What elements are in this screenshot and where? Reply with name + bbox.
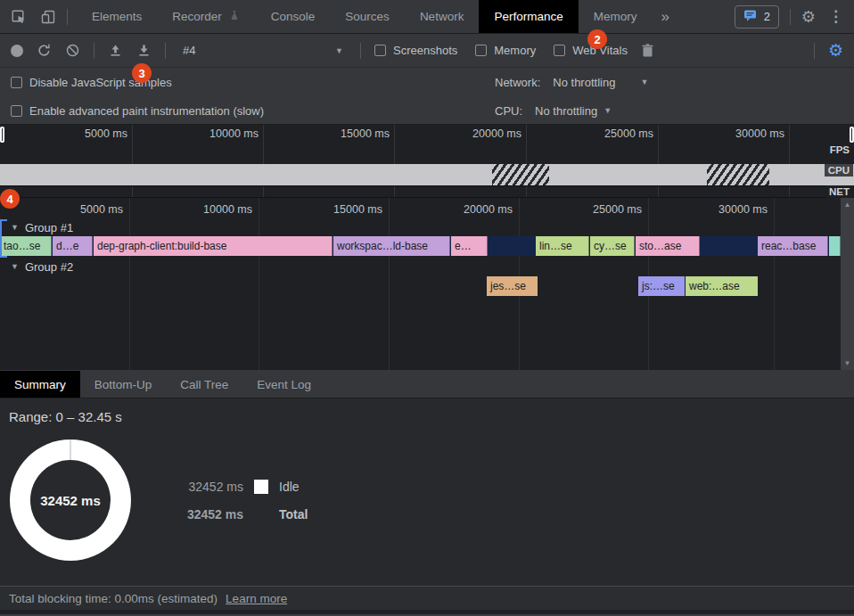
network-label: Network: bbox=[495, 76, 540, 89]
cpu-busy-hatch bbox=[707, 164, 769, 185]
performance-toolbar: #4 ▼ ScreenshotsMemoryWeb Vitals ⚙ bbox=[0, 34, 854, 68]
overview-right-handle[interactable] bbox=[850, 127, 854, 143]
tab-label: Sources bbox=[345, 10, 390, 23]
history-dropdown[interactable]: #4 ▼ bbox=[179, 44, 347, 57]
chevron-down-icon: ▼ bbox=[604, 106, 612, 115]
legend-label: Total bbox=[279, 507, 308, 522]
flame-bar[interactable]: tao…se bbox=[0, 236, 52, 256]
flame-scrollbar[interactable]: ▲ ▼ bbox=[841, 198, 854, 370]
inspect-element-icon[interactable] bbox=[11, 9, 27, 25]
collapse-chevron-icon: ▼ bbox=[11, 223, 19, 232]
clear-recording-icon[interactable] bbox=[65, 43, 80, 58]
flame-chart[interactable]: 5000 ms10000 ms15000 ms20000 ms25000 ms3… bbox=[0, 198, 854, 371]
group-1-track: tao…sed…edep-graph-client:build-basework… bbox=[0, 236, 841, 256]
tab-label: Elements bbox=[92, 10, 142, 23]
tab-elements[interactable]: Elements bbox=[77, 0, 157, 33]
kebab-menu-icon[interactable]: ⋮ bbox=[826, 7, 845, 26]
legend-value: 32452 ms bbox=[136, 480, 243, 494]
checkbox-label: Screenshots bbox=[393, 44, 457, 57]
detail-tab-summary[interactable]: Summary bbox=[0, 371, 80, 398]
flame-bar[interactable]: sto…ase bbox=[636, 236, 700, 256]
divider bbox=[814, 43, 815, 59]
flame-bar[interactable]: lin…se bbox=[536, 236, 589, 256]
flame-bar[interactable]: workspac…ld-base bbox=[333, 236, 450, 256]
tab-label: Memory bbox=[594, 10, 637, 23]
settings-row-paint: Enable advanced paint instrumentation (s… bbox=[0, 96, 854, 125]
device-toolbar-icon[interactable] bbox=[40, 9, 56, 25]
scroll-up-icon[interactable]: ▲ bbox=[844, 201, 851, 209]
group-name: Group #2 bbox=[25, 260, 73, 274]
detail-tab-event-log[interactable]: Event Log bbox=[242, 371, 325, 398]
footer-bar: Total blocking time: 0.00ms (estimated) … bbox=[0, 586, 854, 610]
flame-bar[interactable]: jes…se bbox=[487, 276, 538, 296]
save-profile-icon[interactable] bbox=[136, 43, 152, 58]
reload-and-record-icon[interactable] bbox=[37, 43, 52, 58]
timeline-overview[interactable]: 5000 ms10000 ms15000 ms20000 ms25000 ms3… bbox=[0, 125, 854, 198]
group-name: Group #1 bbox=[25, 221, 73, 234]
flame-tick-label: 15000 ms bbox=[333, 203, 382, 216]
tab-network[interactable]: Network bbox=[405, 0, 480, 33]
legend-value: 32452 ms bbox=[136, 507, 243, 522]
notification-badge-3[interactable]: 3 bbox=[132, 63, 152, 83]
more-tabs-icon[interactable]: » bbox=[652, 8, 677, 26]
collapse-chevron-icon: ▼ bbox=[11, 262, 19, 271]
overview-tick-label: 20000 ms bbox=[472, 127, 521, 140]
checkbox-box bbox=[554, 45, 565, 56]
overview-tick-label: 15000 ms bbox=[341, 127, 390, 140]
flame-bar[interactable]: dep-graph-client:build-base bbox=[94, 236, 333, 256]
checkbox-box bbox=[11, 77, 22, 88]
flame-bar[interactable] bbox=[829, 236, 841, 256]
tabbar-left-icons bbox=[0, 0, 67, 33]
screenshots-checkbox[interactable]: Screenshots bbox=[374, 44, 457, 57]
group-1-header[interactable]: ▼ Group #1 bbox=[0, 219, 73, 235]
flame-bar[interactable]: d…e bbox=[53, 236, 93, 256]
legend-row: 32452 msTotal bbox=[136, 507, 308, 522]
cpu-lane-label: CPU bbox=[825, 164, 853, 177]
summary-pane: Range: 0 – 32.45 s 32452 ms 32452 msIdle… bbox=[0, 398, 854, 586]
memory-checkbox[interactable]: Memory bbox=[475, 44, 536, 57]
trash-icon[interactable] bbox=[641, 43, 654, 58]
notification-badge-2[interactable]: 2 bbox=[587, 29, 607, 49]
devtools-tabbar: ElementsRecorderConsoleSourcesNetworkPer… bbox=[0, 0, 854, 34]
divider bbox=[67, 9, 68, 25]
overview-tick-label: 25000 ms bbox=[604, 127, 653, 140]
detail-tab-bottom-up[interactable]: Bottom-Up bbox=[80, 371, 167, 398]
flask-icon bbox=[228, 9, 241, 25]
flame-tick-label: 5000 ms bbox=[80, 203, 123, 216]
checkbox-label: Enable advanced paint instrumentation (s… bbox=[29, 104, 264, 118]
learn-more-link[interactable]: Learn more bbox=[226, 592, 287, 605]
flame-bar[interactable]: cy…se bbox=[590, 236, 635, 256]
tab-memory[interactable]: Memory bbox=[579, 0, 653, 33]
tab-sources[interactable]: Sources bbox=[330, 0, 405, 33]
tab-console[interactable]: Console bbox=[256, 0, 331, 33]
overview-tick-label: 5000 ms bbox=[85, 127, 127, 140]
legend-swatch bbox=[254, 480, 268, 494]
fps-lane-label: FPS bbox=[826, 144, 853, 156]
checkbox-box bbox=[374, 45, 386, 56]
chevron-down-icon: ▼ bbox=[335, 46, 343, 55]
flame-bar[interactable]: web:…ase bbox=[686, 276, 758, 296]
network-throttling-control: Network: No throttling ▼ bbox=[495, 76, 648, 89]
group-2-header[interactable]: ▼ Group #2 bbox=[0, 259, 73, 275]
detail-tab-call-tree[interactable]: Call Tree bbox=[166, 371, 242, 398]
network-throttling-select[interactable]: No throttling bbox=[553, 76, 615, 89]
scroll-down-icon[interactable]: ▼ bbox=[844, 359, 851, 367]
divider bbox=[94, 43, 94, 59]
notification-badge-4[interactable]: 4 bbox=[0, 189, 20, 209]
settings-gear-icon[interactable]: ⚙ bbox=[801, 9, 816, 25]
flame-bar[interactable]: e… bbox=[451, 236, 488, 256]
console-messages-button[interactable]: 2 bbox=[735, 5, 779, 29]
tab-label: Network bbox=[420, 10, 464, 23]
cpu-throttling-select[interactable]: No throttling bbox=[535, 104, 597, 118]
record-button[interactable] bbox=[11, 45, 23, 57]
capture-settings-gear-icon[interactable]: ⚙ bbox=[828, 42, 843, 59]
tab-recorder[interactable]: Recorder bbox=[157, 0, 256, 33]
tab-performance[interactable]: Performance bbox=[479, 0, 578, 33]
flame-tick-label: 20000 ms bbox=[464, 203, 513, 216]
flame-bar[interactable]: js:…se bbox=[638, 276, 685, 296]
load-profile-icon[interactable] bbox=[108, 43, 123, 58]
range-label: Range: 0 – 32.45 s bbox=[9, 409, 122, 424]
flame-bar[interactable]: reac…base bbox=[758, 236, 828, 256]
advanced-paint-checkbox[interactable]: Enable advanced paint instrumentation (s… bbox=[11, 104, 264, 118]
overview-left-handle[interactable] bbox=[0, 127, 4, 143]
